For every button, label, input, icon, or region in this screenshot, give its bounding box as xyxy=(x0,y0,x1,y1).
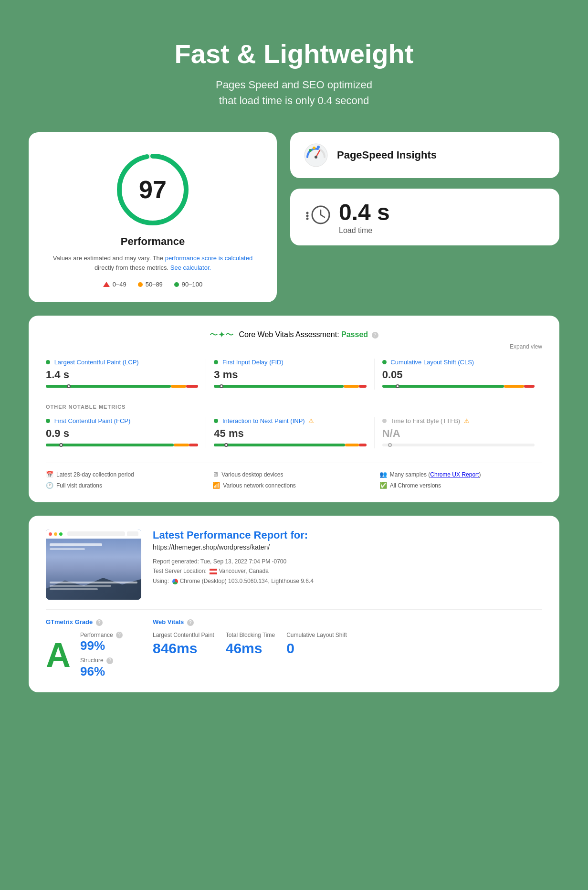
ttfb-value: N/A xyxy=(382,427,535,440)
svg-point-12 xyxy=(306,214,309,217)
page-subtitle: Pages Speed and SEO optimized that load … xyxy=(29,77,559,108)
wifi-icon: 📶 xyxy=(212,482,220,489)
lcp-dot xyxy=(46,360,50,364)
ttfb-label: Time to First Byte (TTFB) xyxy=(390,417,460,424)
fcp-link[interactable]: First Contentful Paint (FCP) xyxy=(54,417,131,424)
vital-lcp: Largest Contentful Paint 846ms xyxy=(153,632,214,657)
grade-details: Performance ? 99% Structure ? 96% xyxy=(80,632,123,679)
legend-triangle-icon xyxy=(103,282,110,287)
cwv-metric-ttfb: Time to First Byte (TTFB) ⚠ N/A xyxy=(375,417,542,448)
grade-title: GTmetrix Grade ? xyxy=(46,618,129,626)
dot-red xyxy=(49,532,52,536)
cwv-card: 〜✦〜 Core Web Vitals Assessment: Passed ?… xyxy=(29,316,559,502)
fid-link[interactable]: First Input Delay (FID) xyxy=(222,359,284,366)
struct-info-icon[interactable]: ? xyxy=(106,657,113,664)
page-title: Fast & Lightweight xyxy=(29,38,559,69)
svg-point-11 xyxy=(306,212,309,214)
inp-indicator xyxy=(224,443,228,447)
fid-bar xyxy=(214,385,366,388)
grade-letter: A xyxy=(46,638,71,672)
lcp-bar xyxy=(46,385,198,388)
cwv-title: Core Web Vitals Assessment: Passed ? xyxy=(239,330,378,339)
vital-cls-value: 0 xyxy=(286,640,347,657)
screenshot-page xyxy=(46,539,141,600)
vital-lcp-value: 846ms xyxy=(153,640,214,657)
cls-bar xyxy=(382,385,535,388)
check-circle-icon: ✅ xyxy=(379,482,387,489)
pagespeed-card: PageSpeed Insights xyxy=(290,132,559,178)
cwv-footer: 📅 Latest 28-day collection period 🖥 Vari… xyxy=(46,463,542,489)
cwv-wave-icon: 〜✦〜 xyxy=(210,329,234,340)
fcp-value: 0.9 s xyxy=(46,427,198,440)
ttfb-indicator xyxy=(388,443,392,447)
canada-flag-icon xyxy=(210,569,217,574)
footer-item-samples: 👥 Many samples (Chrome UX Report) xyxy=(379,471,542,478)
lcp-link[interactable]: Largest Contentful Paint (LCP) xyxy=(54,359,139,366)
svg-point-5 xyxy=(309,149,312,152)
inp-value: 45 ms xyxy=(214,427,366,440)
inp-bar xyxy=(214,444,366,446)
loadtime-value: 0.4 s xyxy=(339,199,390,225)
calendar-icon: 📅 xyxy=(46,471,53,478)
cls-link[interactable]: Cumulative Layout Shift (CLS) xyxy=(390,359,474,366)
report-using: Using: Chrome (Desktop) 103.0.5060.134, … xyxy=(153,576,542,586)
chrome-ux-link[interactable]: Chrome UX Report xyxy=(430,471,479,478)
footer-item-chrome: ✅ All Chrome versions xyxy=(379,482,542,489)
gtmetrix-screenshot xyxy=(46,529,141,600)
cls-indicator xyxy=(396,384,399,388)
struct-pct: 96% xyxy=(80,664,123,679)
fcp-indicator xyxy=(59,443,63,447)
gtmetrix-card: Latest Performance Report for: https://t… xyxy=(29,516,559,692)
ttfb-dot xyxy=(382,419,387,423)
footer-item-network: 📶 Various network connections xyxy=(212,482,375,489)
footer-item-visits: 🕐 Full visit durations xyxy=(46,482,209,489)
lcp-indicator xyxy=(67,384,71,388)
vital-tbt: Total Blocking Time 46ms xyxy=(226,632,275,657)
inp-link[interactable]: Interaction to Next Paint (INP) xyxy=(222,417,305,424)
cwv-metric-inp: Interaction to Next Paint (INP) ⚠ 45 ms xyxy=(206,417,374,448)
address-bar xyxy=(67,531,125,536)
fcp-dot xyxy=(46,419,50,423)
cwv-metric-fcp: First Contentful Paint (FCP) 0.9 s xyxy=(46,417,206,448)
perf-pct: 99% xyxy=(80,638,123,653)
other-metrics-label: OTHER NOTABLE METRICS xyxy=(46,404,542,410)
inp-dot xyxy=(214,419,218,423)
pagespeed-title: PageSpeed Insights xyxy=(337,149,437,161)
report-meta: Report generated: Tue, Sep 13, 2022 7:04… xyxy=(153,557,542,586)
legend-high: 90–100 xyxy=(174,281,202,288)
gtmetrix-top: Latest Performance Report for: https://t… xyxy=(46,529,542,600)
grade-info-icon[interactable]: ? xyxy=(96,619,103,626)
menu-dots xyxy=(127,531,138,536)
cls-value: 0.05 xyxy=(382,369,535,381)
vitals-info-icon[interactable]: ? xyxy=(187,619,194,626)
svg-point-4 xyxy=(315,156,317,159)
perf-grade: Performance ? 99% xyxy=(80,632,123,654)
perf-score-link[interactable]: performance score is calculated xyxy=(165,254,253,262)
loadtime-label: Load time xyxy=(339,226,390,235)
cwv-metric-fid: First Input Delay (FID) 3 ms xyxy=(206,359,374,390)
inp-warning-icon: ⚠ xyxy=(308,417,314,424)
clock2-icon: 🕐 xyxy=(46,482,53,489)
footer-item-devices: 🖥 Various desktop devices xyxy=(212,471,375,478)
calculator-link[interactable]: See calculator. xyxy=(170,264,211,271)
top-row: 97 Performance Values are estimated and … xyxy=(29,132,559,302)
dot-green xyxy=(59,532,63,536)
performance-label: Performance xyxy=(121,235,185,248)
struct-grade: Structure ? 96% xyxy=(80,657,123,679)
score-circle: 97 xyxy=(115,151,191,228)
vitals-grid: Largest Contentful Paint 846ms Total Blo… xyxy=(153,632,542,657)
legend-low: 0–49 xyxy=(103,281,126,288)
users-icon: 👥 xyxy=(379,471,387,478)
report-generated: Report generated: Tue, Sep 13, 2022 7:04… xyxy=(153,557,542,566)
fid-indicator xyxy=(220,384,223,388)
page-header: Fast & Lightweight Pages Speed and SEO o… xyxy=(29,19,559,132)
footer-item-collection: 📅 Latest 28-day collection period xyxy=(46,471,209,478)
cwv-info-icon[interactable]: ? xyxy=(372,332,378,339)
lcp-value: 1.4 s xyxy=(46,369,198,381)
perf-info-icon[interactable]: ? xyxy=(116,632,123,638)
score-card: 97 Performance Values are estimated and … xyxy=(29,132,277,302)
pagespeed-icon xyxy=(304,143,328,168)
cwv-passed-label: Passed xyxy=(341,330,368,339)
cwv-expand[interactable]: Expand view xyxy=(46,343,542,350)
ttfb-warning-icon: ⚠ xyxy=(464,417,470,424)
